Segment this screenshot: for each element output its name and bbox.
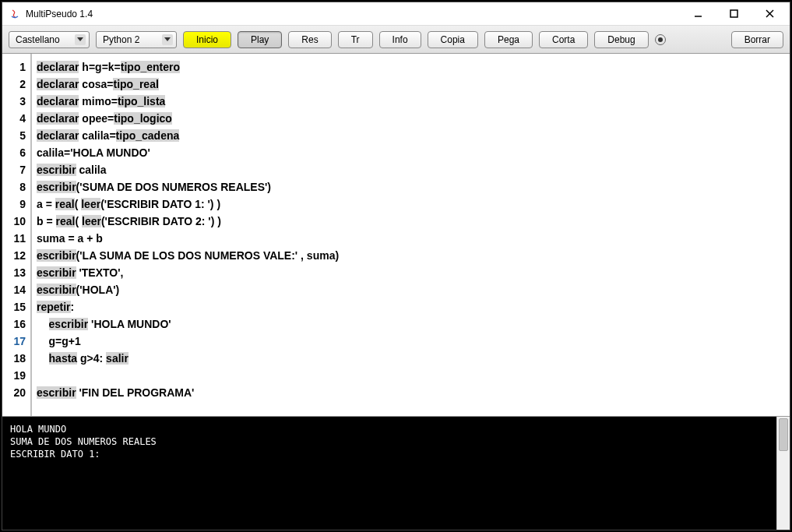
- window-title: MultiPseudo 1.4: [26, 9, 687, 19]
- copia-button[interactable]: Copia: [428, 31, 478, 48]
- info-button[interactable]: Info: [379, 31, 421, 48]
- line-number: 12: [2, 247, 26, 264]
- engine-dropdown-value: Python 2: [103, 34, 159, 45]
- line-gutter: 1 2 3 4 5 6 7 8 9 10 11 12 13 14 15 16 1…: [2, 54, 32, 416]
- play-button[interactable]: Play: [238, 31, 282, 48]
- line-number: 14: [2, 281, 26, 298]
- radio-dot: [658, 37, 663, 42]
- line-number: 1: [2, 58, 26, 76]
- line-number: 10: [2, 213, 26, 230]
- svg-marker-4: [77, 37, 83, 41]
- language-dropdown-value: Castellano: [16, 34, 72, 45]
- line-number: 17: [2, 333, 26, 350]
- engine-dropdown[interactable]: Python 2: [96, 31, 177, 48]
- line-number: 13: [2, 264, 26, 281]
- line-number: 19: [2, 367, 26, 384]
- toolbar: Castellano Python 2 Inicio Play Res Tr I…: [2, 26, 790, 54]
- editor-area: 1 2 3 4 5 6 7 8 9 10 11 12 13 14 15 16 1…: [2, 54, 790, 417]
- debug-button[interactable]: Debug: [594, 31, 648, 48]
- language-dropdown[interactable]: Castellano: [9, 31, 90, 48]
- scrollbar-thumb[interactable]: [779, 418, 788, 451]
- console-scrollbar[interactable]: [776, 417, 790, 530]
- line-number: 16: [2, 315, 26, 333]
- line-number: 3: [2, 93, 26, 110]
- svg-marker-5: [164, 37, 171, 41]
- line-number: 18: [2, 350, 26, 367]
- line-number: 2: [2, 76, 26, 93]
- minimize-button[interactable]: [687, 6, 709, 22]
- chevron-down-icon: [75, 34, 86, 45]
- line-number: 7: [2, 161, 26, 178]
- code-editor[interactable]: declarar h=g=k=tipo_enterodeclarar cosa=…: [32, 54, 790, 416]
- line-number: 6: [2, 144, 26, 161]
- console-output[interactable]: HOLA MUNDO SUMA DE DOS NUMEROS REALES ES…: [2, 417, 776, 530]
- chevron-down-icon: [162, 34, 173, 45]
- titlebar: MultiPseudo 1.4: [2, 2, 790, 26]
- close-button[interactable]: [759, 6, 780, 22]
- borrar-button[interactable]: Borrar: [731, 31, 783, 48]
- line-number: 8: [2, 178, 26, 196]
- line-number: 4: [2, 110, 26, 127]
- maximize-button[interactable]: [723, 6, 744, 22]
- corta-button[interactable]: Corta: [539, 31, 588, 48]
- tr-button[interactable]: Tr: [338, 31, 373, 48]
- java-icon: [9, 8, 21, 20]
- line-number: 5: [2, 127, 26, 144]
- debug-radio[interactable]: [655, 34, 666, 45]
- line-number: 9: [2, 196, 26, 213]
- console-area: HOLA MUNDO SUMA DE DOS NUMEROS REALES ES…: [2, 417, 790, 530]
- inicio-button[interactable]: Inicio: [183, 31, 231, 48]
- pega-button[interactable]: Pega: [484, 31, 533, 48]
- line-number: 15: [2, 298, 26, 315]
- line-number: 20: [2, 384, 26, 401]
- svg-rect-1: [730, 10, 737, 17]
- res-button[interactable]: Res: [288, 31, 331, 48]
- line-number: 11: [2, 230, 26, 247]
